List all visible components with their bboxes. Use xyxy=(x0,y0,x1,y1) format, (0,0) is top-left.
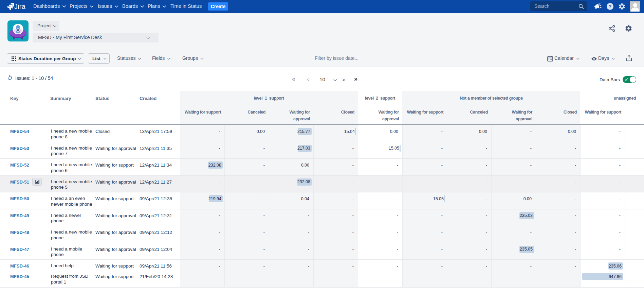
svg-text:?: ? xyxy=(609,4,612,9)
